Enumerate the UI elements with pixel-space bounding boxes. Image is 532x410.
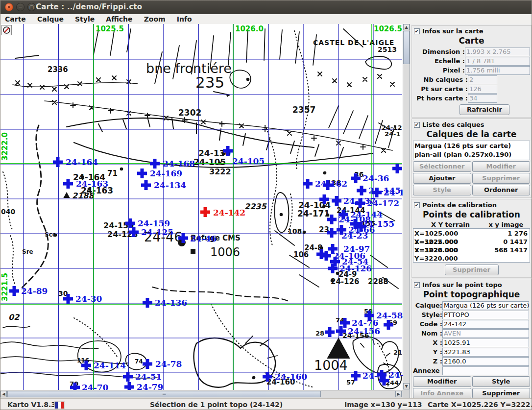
modifier-point-button[interactable]: Modifier — [413, 376, 471, 387]
map-point-dot — [303, 231, 306, 234]
calibration-row[interactable]: X=1026.000 Y=3220.000 568 1417 — [414, 246, 529, 254]
map-triangle-symbol — [63, 192, 70, 198]
x-field[interactable]: 1025.91 — [442, 338, 529, 347]
menu-affiche[interactable]: Affiche — [101, 15, 137, 23]
supprimer-calque-button[interactable]: Supprimer — [472, 173, 531, 184]
supprimer-point-button[interactable]: Supprimer — [472, 388, 531, 399]
ordonner-button[interactable]: Ordonner — [472, 185, 531, 195]
topo-point-marker[interactable] — [124, 382, 134, 390]
calque-label: Calque: — [413, 302, 442, 309]
topo-point-label: 24-46 — [190, 234, 217, 243]
calibration-label-y: 3221.5 — [0, 273, 9, 301]
annexe-label: Annexe : — [413, 367, 442, 374]
dimension-field[interactable]: 1.993 x 2.765 — [465, 48, 530, 56]
titlebar: ✕ ─ ▢ Carte : ../demo/Frippi.cto — [0, 0, 532, 15]
calibration-listbox[interactable]: X=1025.000 Y=3222.000 1 276 X=1025.000 Y… — [413, 228, 530, 263]
y-field[interactable]: 3221.83 — [442, 348, 529, 357]
info-annexe-button[interactable]: Info Annexe — [413, 388, 471, 399]
horizontal-scrollbar[interactable]: ◀ ☰ ▶ — [0, 390, 403, 398]
map-point-dot — [222, 152, 225, 156]
topo-point-label: 24-51 — [135, 372, 162, 382]
calibration-row[interactable]: X=1025.000 Y=3220.000 0 1417 — [414, 238, 529, 246]
map-point-dot — [246, 78, 250, 81]
scroll-down-button[interactable]: ▼ — [403, 383, 410, 389]
map-viewport[interactable]: 2336bne frontiére2352302CASTEL DE L'AIGL… — [0, 24, 403, 390]
vertical-scroll-thumb[interactable] — [403, 31, 410, 64]
topo-point-marker[interactable] — [141, 180, 151, 190]
scroll-up-button[interactable]: ▲ — [403, 24, 410, 30]
topo-point-marker[interactable] — [303, 179, 313, 189]
map-text: 57 — [346, 379, 355, 386]
calibration-checkbox[interactable]: ✔ — [414, 202, 420, 208]
topo-point-marker[interactable] — [137, 169, 147, 178]
pt-hors-carte-field[interactable]: 34 — [468, 94, 497, 103]
topo-point-marker[interactable] — [357, 186, 366, 195]
liste-calques-checkbox[interactable]: ✔ — [414, 122, 420, 128]
code-field[interactable]: 24-142 — [442, 320, 529, 329]
infos-carte-checkbox[interactable]: ✔ — [414, 28, 420, 34]
calques-listbox[interactable]: Margua (126 pts sur carte) plan-ail (pla… — [413, 141, 530, 160]
map-point-dot — [323, 171, 327, 175]
scrollbar-corner — [403, 390, 410, 398]
nom-field[interactable]: AVEN — [442, 329, 529, 338]
layer-item[interactable]: Margua (126 pts sur carte) — [414, 142, 529, 150]
map-canvas[interactable]: 2336bne frontiére2352302CASTEL DE L'AIGL… — [0, 24, 403, 390]
horizontal-scroll-thumb[interactable]: ☰ — [7, 391, 321, 397]
supprimer-calibration-button[interactable]: Supprimer — [445, 265, 499, 275]
style-point-button[interactable]: Style — [472, 376, 531, 387]
ajouter-button[interactable]: Ajouter — [413, 173, 471, 184]
topo-point-marker[interactable] — [63, 179, 73, 189]
topo-point-marker[interactable] — [332, 196, 341, 206]
topo-point-marker[interactable] — [150, 159, 160, 169]
topo-point-label: 24-70 — [82, 383, 109, 390]
style-calque-button[interactable]: Style — [413, 185, 471, 195]
calibration-label-x: 1026.5 — [374, 24, 402, 33]
scroll-left-button[interactable]: ◀ — [0, 391, 7, 397]
menu-carte[interactable]: Carte — [0, 15, 30, 23]
style-field[interactable]: PTTOPO — [442, 311, 529, 319]
calque-field[interactable]: Margua (126 pts sur carte) — [442, 301, 529, 310]
point-topo-checkbox[interactable]: ✔ — [414, 282, 420, 288]
north-compass-icon — [1, 25, 12, 35]
map-text: Sre — [22, 248, 33, 255]
topo-point-marker[interactable] — [392, 164, 402, 173]
map-text: 71 — [107, 169, 118, 178]
selected-topo-marker[interactable] — [200, 207, 210, 217]
selectionner-button[interactable]: Sélectionner — [413, 161, 471, 172]
map-text: 2357 — [292, 105, 315, 115]
window-maximize-button[interactable]: ▢ — [27, 3, 36, 11]
z-field[interactable]: 2160.0 — [442, 357, 529, 366]
topo-point-marker[interactable] — [143, 298, 152, 308]
scroll-right-button[interactable]: ▶ — [395, 391, 402, 397]
topo-point-marker[interactable] — [53, 157, 63, 167]
carte-heading: Carte — [413, 36, 530, 46]
menu-calque[interactable]: Calque — [33, 15, 68, 23]
map-triangle-symbol — [327, 338, 350, 359]
topo-point-label: 24-136 — [155, 298, 187, 308]
topo-point-marker[interactable] — [123, 372, 133, 382]
map-text: 24-1 — [385, 130, 401, 138]
rafraichir-button[interactable]: Rafraichir — [459, 104, 509, 115]
nb-calques-field[interactable]: 2 — [468, 75, 497, 84]
calibration-row[interactable]: X=1025.000 Y=3222.000 1 276 — [414, 229, 529, 238]
col-terrain-header: X Y terrain — [416, 221, 485, 228]
window-close-button[interactable]: ✕ — [5, 3, 13, 11]
pt-sur-carte-field[interactable]: 126 — [468, 85, 497, 94]
topo-point-marker[interactable] — [325, 327, 335, 337]
layer-item[interactable]: plan-ail (plan 0.257x0.190) — [414, 150, 529, 159]
menu-style[interactable]: Style — [71, 15, 99, 23]
annexe-field[interactable] — [442, 366, 529, 375]
infos-carte-checkbox-label: Infos sur la carte — [422, 27, 484, 35]
map-coordinates: Carte X=1025.226 Y=3222.285 — [428, 401, 532, 409]
topo-point-marker[interactable] — [9, 286, 19, 296]
echelle-field[interactable]: 1 / 8 781 — [465, 57, 530, 66]
map-text: 2235 — [244, 202, 267, 211]
modifier-calque-button[interactable]: Modifier — [472, 161, 531, 172]
pixel-field[interactable]: 1.756 milli — [465, 66, 530, 75]
vertical-scrollbar[interactable]: ▲ ▼ — [403, 24, 410, 390]
map-point-dot — [252, 376, 256, 380]
menu-zoom[interactable]: Zoom — [140, 15, 170, 23]
menu-info[interactable]: Info — [172, 15, 196, 23]
window-minimize-button[interactable]: ─ — [16, 3, 24, 11]
map-point-dot — [120, 168, 123, 171]
